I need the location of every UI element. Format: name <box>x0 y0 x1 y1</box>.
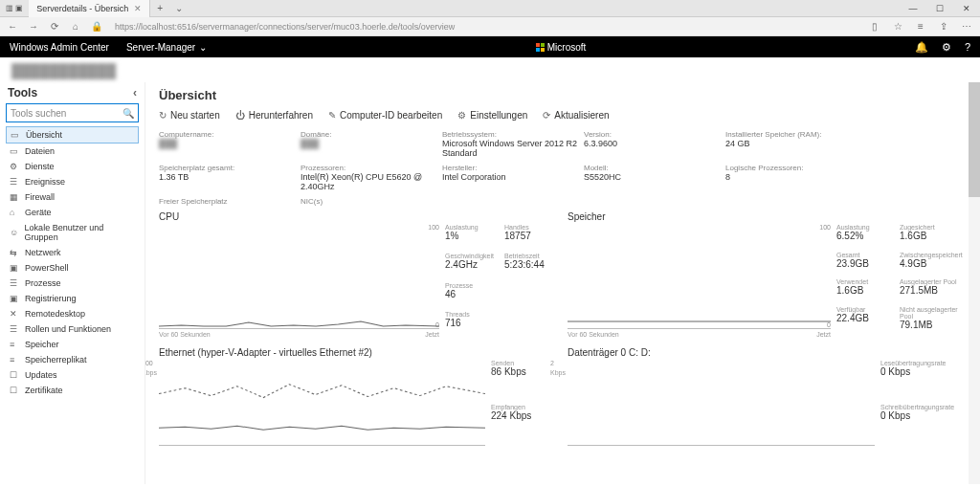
cpu-stats: Auslastung1%Handles18757Geschwindigkeit2… <box>445 224 558 338</box>
stat: Prozesse46 <box>445 282 499 309</box>
stat: Zwischengespeichert4.9GB <box>900 252 967 277</box>
notifications-icon[interactable]: 🔔 <box>915 41 928 54</box>
app-brand[interactable]: Windows Admin Center <box>10 42 109 53</box>
sidebar-item-powershell[interactable]: ▣PowerShell <box>6 260 139 276</box>
stat: Auslastung1% <box>445 224 499 251</box>
server-name: ███████████ <box>0 57 980 82</box>
action-icon: ⚙ <box>457 110 466 121</box>
stat: Zugesichert1.6GB <box>900 224 967 250</box>
cpu-panel: CPU 100 0 Vor 60 SekundenJetzt Auslastun… <box>159 211 558 338</box>
stat: Ausgelagerter Pool271.5MB <box>900 278 967 304</box>
collapse-sidebar-icon[interactable]: ‹ <box>133 86 137 99</box>
forward-button[interactable]: → <box>27 21 40 32</box>
tool-icon: ☰ <box>10 278 19 288</box>
info-field: Version:6.3.9600 <box>584 130 725 158</box>
browser-titlebar: ▥ ▣ Serverdetails - Übersich ✕ + ⌄ — ☐ ✕ <box>0 0 980 17</box>
maximize-button[interactable]: ☐ <box>926 4 953 13</box>
action-einstellungen[interactable]: ⚙Einstellungen <box>457 110 527 121</box>
tool-icon: ☰ <box>10 177 19 187</box>
microsoft-logo-icon <box>536 43 545 52</box>
sidebar-item-speicherreplikat[interactable]: ≡Speicherreplikat <box>6 352 139 367</box>
tool-icon: ▣ <box>10 263 19 273</box>
action-icon: ↻ <box>159 110 167 121</box>
info-field: Prozessoren:Intel(R) Xeon(R) CPU E5620 @… <box>301 164 442 191</box>
scrollbar-rail[interactable] <box>969 82 980 484</box>
tool-icon: ☐ <box>10 370 19 380</box>
sidebar-item-dienste[interactable]: ⚙Dienste <box>6 159 139 174</box>
scrollbar-thumb[interactable] <box>969 82 980 197</box>
url-field[interactable]: https://localhost:6516/servermanager/con… <box>111 22 859 32</box>
tools-search-input[interactable]: Tools suchen 🔍 <box>6 103 139 122</box>
info-field: Hersteller:Intel Corporation <box>442 164 584 191</box>
sidebar-item-zertifikate[interactable]: ☐Zertifikate <box>6 383 139 398</box>
tool-icon: ▦ <box>10 192 19 202</box>
tool-icon: ⚙ <box>10 162 19 171</box>
sidebar-item-prozesse[interactable]: ☰Prozesse <box>6 276 139 291</box>
favorite-icon[interactable]: ☆ <box>890 21 905 32</box>
sidebar-item-speicher[interactable]: ≡Speicher <box>6 337 139 352</box>
network-chart <box>159 360 485 446</box>
sidebar-item-netzwerk[interactable]: ⇆Netzwerk <box>6 245 139 260</box>
stat: Handles18757 <box>504 224 558 251</box>
refresh-button[interactable]: ⟳ <box>48 21 61 32</box>
home-button[interactable]: ⌂ <box>69 21 82 32</box>
info-field: Modell:S5520HC <box>584 164 725 191</box>
sidebar-item-registrierung[interactable]: ▣Registrierung <box>6 291 139 306</box>
action-icon: ⏻ <box>235 110 245 121</box>
settings-icon[interactable]: ⚙ <box>942 41 951 54</box>
stat: Verfügbar22.4GB <box>836 306 894 339</box>
network-panel: Ethernet (hyper-V-Adapter - virtuelles E… <box>159 347 558 446</box>
app-header: Windows Admin Center Server-Manager ⌄ Mi… <box>0 36 980 57</box>
stat: Empfangen224 Kbps <box>491 404 558 446</box>
action-aktualisieren[interactable]: ⟳Aktualisieren <box>543 110 609 121</box>
share-icon[interactable]: ⇪ <box>936 21 951 32</box>
action-herunterfahren[interactable]: ⏻Herunterfahren <box>235 110 313 121</box>
new-tab-button[interactable]: + <box>150 3 169 13</box>
info-field <box>725 197 867 206</box>
stat: Geschwindigkeit2.4GHz <box>445 253 499 279</box>
reader-icon[interactable]: ▯ <box>867 21 882 32</box>
context-switcher[interactable]: Server-Manager ⌄ <box>126 42 207 53</box>
tab-chevron-icon[interactable]: ⌄ <box>169 3 189 13</box>
browser-tab[interactable]: Serverdetails - Übersich ✕ <box>29 0 150 17</box>
action-icon: ✎ <box>328 110 336 121</box>
action-computer-id-bearbeiten[interactable]: ✎Computer-ID bearbeiten <box>328 110 442 121</box>
minimize-button[interactable]: — <box>900 4 926 13</box>
lock-icon: 🔒 <box>90 21 103 32</box>
menu-icon[interactable]: ⋯ <box>959 21 974 32</box>
memory-chart: 100 0 <box>568 224 831 329</box>
sidebar-item-dateien[interactable]: ▭Dateien <box>6 144 139 159</box>
tool-icon: ▭ <box>11 130 20 140</box>
info-field: Freier Speicherplatz <box>159 197 301 206</box>
tool-icon: ⇆ <box>10 248 19 257</box>
ms-brand: Microsoft <box>207 42 915 53</box>
stat: Gesamt23.9GB <box>836 252 894 277</box>
back-button[interactable]: ← <box>6 21 19 32</box>
stat: Verwendet1.6GB <box>836 278 894 304</box>
tool-icon: ≡ <box>10 355 19 364</box>
info-field: Logische Prozessoren:8 <box>725 164 867 191</box>
tool-icon: ☐ <box>10 386 19 395</box>
sidebar-item-lokale-benutzer-und-gruppen[interactable]: ☺Lokale Benutzer und Gruppen <box>6 220 139 245</box>
sidebar-item-übersicht[interactable]: ▭Übersicht <box>6 126 139 144</box>
bookmarks-icon[interactable]: ≡ <box>913 21 928 32</box>
stat: Senden86 Kbps <box>491 360 558 402</box>
tool-icon: ☺ <box>10 228 19 237</box>
sidebar-item-rollen-und-funktionen[interactable]: ☰Rollen und Funktionen <box>6 321 139 337</box>
sidebar-item-remotedesktop[interactable]: ✕Remotedesktop <box>6 306 139 321</box>
stat: Betriebszeit5:23:6:44 <box>504 253 558 279</box>
sidebar-item-geräte[interactable]: ⌂Geräte <box>6 205 139 220</box>
action-neu-starten[interactable]: ↻Neu starten <box>159 110 220 121</box>
browser-address-bar: ← → ⟳ ⌂ 🔒 https://localhost:6516/serverm… <box>0 17 980 36</box>
tool-icon: ✕ <box>10 309 19 319</box>
info-field: Domäne:███ <box>301 130 442 158</box>
sidebar-item-firewall[interactable]: ▦Firewall <box>6 189 139 205</box>
chevron-down-icon: ⌄ <box>199 42 207 53</box>
help-icon[interactable]: ? <box>965 41 970 54</box>
close-window-button[interactable]: ✕ <box>953 4 980 13</box>
stat: Schreibübertragungsrate0 Kbps <box>880 404 967 446</box>
sidebar-item-ereignisse[interactable]: ☰Ereignisse <box>6 174 139 189</box>
sidebar-item-updates[interactable]: ☐Updates <box>6 367 139 383</box>
tool-icon: ≡ <box>10 340 19 349</box>
close-icon[interactable]: ✕ <box>134 4 142 13</box>
